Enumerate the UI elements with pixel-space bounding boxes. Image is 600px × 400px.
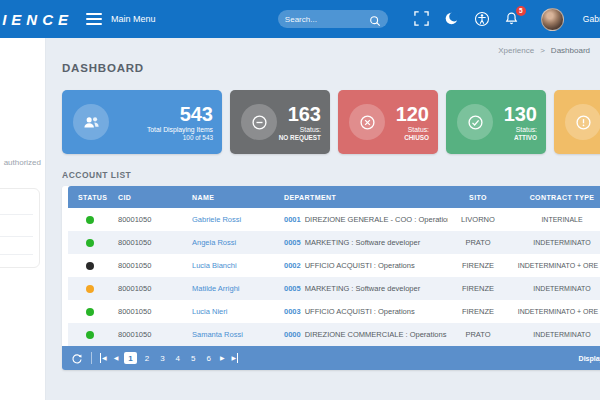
breadcrumb: Xperience > Dashboard	[62, 38, 600, 58]
stat-sub-label: NO REQUEST	[279, 134, 321, 141]
stat-sub-label: ATTIVO	[504, 134, 537, 141]
hamburger-menu-icon[interactable]	[86, 13, 102, 25]
sito-cell: PRATO	[448, 323, 508, 346]
table-row[interactable]: 80001050 Samanta Rossi 0000DIREZIONE COM…	[68, 323, 600, 346]
table-row[interactable]: 80001050 Gabriele Rossi 0001DIREZIONE GE…	[68, 208, 600, 231]
dept-label: DIREZIONE GENERALE - COO : Operations	[305, 215, 448, 224]
sidebar-authorized-label: authorized	[4, 158, 41, 167]
pagination-prev-button[interactable]: ◀	[113, 353, 120, 363]
header-name[interactable]: NAME	[186, 186, 278, 208]
dept-label: UFFICIO ACQUISTI : Operations	[305, 307, 415, 316]
name-link[interactable]: Lucia Bianchi	[192, 261, 237, 270]
check-circle-icon	[457, 104, 493, 140]
refresh-icon[interactable]	[70, 352, 83, 365]
stat-value: 120	[396, 103, 429, 126]
name-link[interactable]: Lucia Nieri	[192, 307, 227, 316]
header-department[interactable]: DEPARTMENT	[278, 186, 448, 208]
table-row[interactable]: 80001050 Lucia Nieri 0003UFFICIO ACQUIST…	[68, 300, 600, 323]
contract-cell: INTERINALE	[508, 208, 600, 231]
account-list-panel: STATUS CID NAME DEPARTMENT SITO CONTRACT…	[62, 186, 600, 370]
header-cid[interactable]: CID	[112, 186, 186, 208]
search-input[interactable]	[285, 15, 369, 24]
pagination-next-button[interactable]: ▶	[219, 353, 226, 363]
user-name-label[interactable]: Gabriele	[583, 14, 600, 24]
pagination-page-5[interactable]: 5	[188, 353, 198, 364]
cid-cell: 80001050	[112, 277, 186, 300]
fullscreen-icon[interactable]	[414, 11, 431, 28]
name-link[interactable]: Samanta Rossi	[192, 330, 243, 339]
table-row[interactable]: 80001050 Angela Rossi 0005MARKETING : So…	[68, 231, 600, 254]
breadcrumb-current[interactable]: Dashboard	[551, 46, 590, 55]
status-dot	[86, 285, 94, 293]
stat-label: Total Displaying Items	[147, 126, 213, 134]
app-logo[interactable]: XPERIENCE	[0, 0, 78, 38]
pagination-page-4[interactable]: 4	[173, 353, 183, 364]
account-list-title: ACCOUNT LIST	[62, 170, 600, 180]
dept-label: MARKETING : Software developer	[305, 238, 420, 247]
breadcrumb-separator: >	[540, 46, 545, 55]
stat-card-partial[interactable]	[554, 90, 600, 154]
name-link[interactable]: Angela Rossi	[192, 238, 236, 247]
cid-cell: 80001050	[112, 254, 186, 277]
sito-cell: FIRENZE	[448, 254, 508, 277]
stat-sub-label: CHIUSO	[396, 134, 429, 141]
table-row[interactable]: 80001050 Matilde Arrighi 0005MARKETING :…	[68, 277, 600, 300]
accessibility-icon[interactable]	[474, 11, 491, 28]
navbar-actions: 5 Gabriele	[414, 8, 600, 31]
exclamation-circle-icon	[565, 104, 600, 140]
stat-card-total[interactable]: 543 Total Displaying Items 100 of 543	[62, 90, 222, 154]
cid-cell: 80001050	[112, 208, 186, 231]
sito-cell: FIRENZE	[448, 300, 508, 323]
pagination-first-button[interactable]: ◀	[100, 353, 108, 363]
dept-code: 0003	[284, 307, 301, 316]
contract-cell: INDETERMINATO	[508, 277, 600, 300]
pagination-page-6[interactable]: 6	[204, 353, 214, 364]
stat-card-chiuso[interactable]: 120 Status: CHIUSO	[338, 90, 438, 154]
divider	[91, 352, 92, 364]
contract-cell: INDETERMINATO + ORE V.	[508, 254, 600, 277]
breadcrumb-parent[interactable]: Xperience	[498, 46, 534, 55]
header-status[interactable]: STATUS	[68, 186, 112, 208]
minus-circle-icon	[241, 104, 277, 140]
notifications-bell-icon[interactable]: 5	[504, 11, 521, 28]
x-circle-icon	[349, 104, 385, 140]
table-row[interactable]: 80001050 Lucia Bianchi 0002UFFICIO ACQUI…	[68, 254, 600, 277]
user-avatar[interactable]	[541, 8, 564, 31]
cid-cell: 80001050	[112, 231, 186, 254]
search-box[interactable]	[278, 10, 388, 28]
divider	[0, 254, 33, 255]
stat-card-no-request[interactable]: 163 Status: NO REQUEST	[230, 90, 330, 154]
stat-value: 130	[504, 103, 537, 126]
pagination-info-label: Displaying	[579, 355, 600, 362]
header-contract-type[interactable]: CONTRACT TYPE	[508, 186, 600, 208]
dept-label: MARKETING : Software developer	[305, 284, 420, 293]
stat-card-attivo[interactable]: 130 Status: ATTIVO	[446, 90, 546, 154]
dept-code: 0005	[284, 284, 301, 293]
pagination-page-2[interactable]: 2	[142, 353, 152, 364]
sito-cell: LIVORNO	[448, 208, 508, 231]
notification-count-badge: 5	[516, 6, 526, 16]
name-link[interactable]: Matilde Arrighi	[192, 284, 240, 293]
account-table: STATUS CID NAME DEPARTMENT SITO CONTRACT…	[68, 186, 600, 346]
dark-mode-moon-icon[interactable]	[444, 11, 461, 28]
stat-label: Status:	[279, 126, 321, 134]
stat-label: Status:	[504, 126, 537, 134]
pagination-bar: ◀ ◀ 1 2 3 4 5 6 ▶ ▶ Displaying	[62, 346, 600, 370]
stat-value: 163	[279, 103, 321, 126]
dept-code: 0002	[284, 261, 301, 270]
dept-label: UFFICIO ACQUISTI : Operations	[305, 261, 415, 270]
main-menu-label[interactable]: Main Menu	[111, 14, 156, 24]
status-dot	[86, 239, 94, 247]
divider	[0, 214, 33, 215]
pagination-page-1[interactable]: 1	[124, 352, 136, 364]
pagination-page-3[interactable]: 3	[157, 353, 167, 364]
table-header-row: STATUS CID NAME DEPARTMENT SITO CONTRACT…	[68, 186, 600, 208]
pagination-last-button[interactable]: ▶	[231, 353, 239, 363]
header-sito[interactable]: SITO	[448, 186, 508, 208]
main-content: Xperience > Dashboard DASHBOARD 543 Tota…	[46, 38, 600, 400]
contract-cell: INDETERMINATO + ORE V.	[508, 300, 600, 323]
search-icon[interactable]	[369, 13, 381, 25]
name-link[interactable]: Gabriele Rossi	[192, 215, 241, 224]
status-dot	[86, 262, 94, 270]
stat-label: Status:	[396, 126, 429, 134]
